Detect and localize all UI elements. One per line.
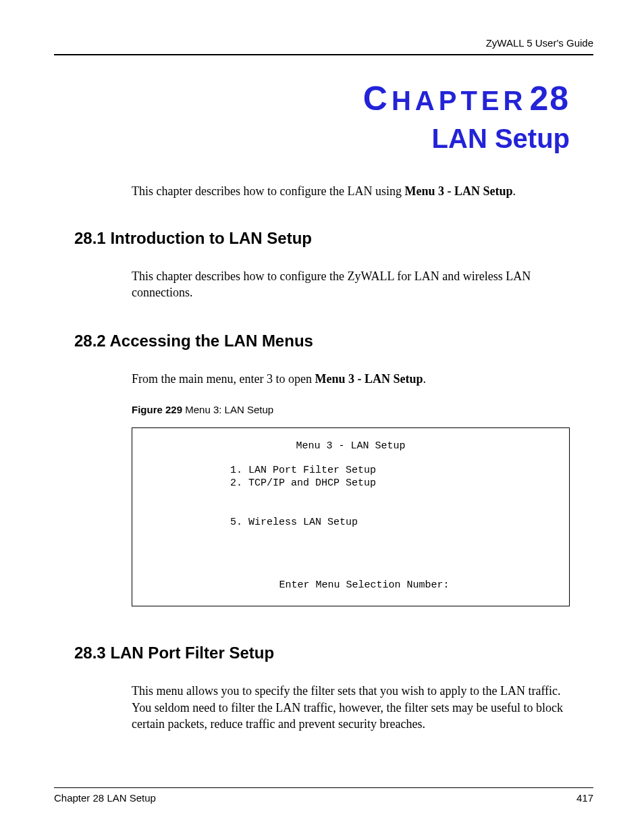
chapter-number: 28 xyxy=(529,80,570,118)
chapter-heading: CHAPTER 28 LAN Setup xyxy=(54,79,570,154)
menu-item-5: 5. Wireless LAN Setup xyxy=(230,516,569,529)
intro-text-before: This chapter describes how to configure … xyxy=(132,184,404,198)
chapter-label-rest: HAPTER xyxy=(392,86,527,115)
chapter-intro: This chapter describes how to configure … xyxy=(132,184,593,199)
section-body-28-2: From the main menu, enter 3 to open Menu… xyxy=(132,371,570,387)
chapter-label-line: CHAPTER 28 xyxy=(54,79,570,118)
menu-box: Menu 3 - LAN Setup 1. LAN Port Filter Se… xyxy=(132,427,570,607)
footer-chapter-ref: Chapter 28 LAN Setup xyxy=(54,792,156,804)
header-guide-title: ZyWALL 5 User's Guide xyxy=(54,37,593,49)
section-body-28-3: This menu allows you to specify the filt… xyxy=(132,683,570,732)
menu-title: Menu 3 - LAN Setup xyxy=(132,440,569,452)
s2-body-after: . xyxy=(423,372,426,386)
menu-item-1: 1. LAN Port Filter Setup xyxy=(230,464,569,477)
intro-text-after: . xyxy=(512,184,516,198)
menu-item-2: 2. TCP/IP and DHCP Setup xyxy=(230,477,569,490)
figure-caption-text: Menu 3: LAN Setup xyxy=(182,404,273,415)
intro-bold: Menu 3 - LAN Setup xyxy=(404,184,512,198)
menu-spacer xyxy=(230,490,569,516)
menu-prompt: Enter Menu Selection Number: xyxy=(159,579,569,591)
footer-row: Chapter 28 LAN Setup 417 xyxy=(54,792,593,804)
figure-caption-229: Figure 229 Menu 3: LAN Setup xyxy=(132,404,593,415)
section-heading-28-2: 28.2 Accessing the LAN Menus xyxy=(74,332,593,350)
section-heading-28-1: 28.1 Introduction to LAN Setup xyxy=(74,229,593,248)
page-footer: Chapter 28 LAN Setup 417 xyxy=(54,787,593,804)
figure-label: Figure 229 xyxy=(132,404,182,415)
menu-items: 1. LAN Port Filter Setup 2. TCP/IP and D… xyxy=(230,464,569,529)
chapter-title: LAN Setup xyxy=(54,124,570,154)
footer-rule xyxy=(54,787,593,788)
section-body-28-1: This chapter describes how to configure … xyxy=(132,268,570,301)
footer-page-number: 417 xyxy=(576,792,593,804)
header-rule xyxy=(54,54,593,55)
s2-body-bold: Menu 3 - LAN Setup xyxy=(315,372,423,386)
section-heading-28-3: 28.3 LAN Port Filter Setup xyxy=(74,644,593,662)
chapter-label-c: C xyxy=(363,80,392,118)
menu-spacer-large xyxy=(132,529,569,579)
s2-body-before: From the main menu, enter 3 to open xyxy=(132,372,315,386)
